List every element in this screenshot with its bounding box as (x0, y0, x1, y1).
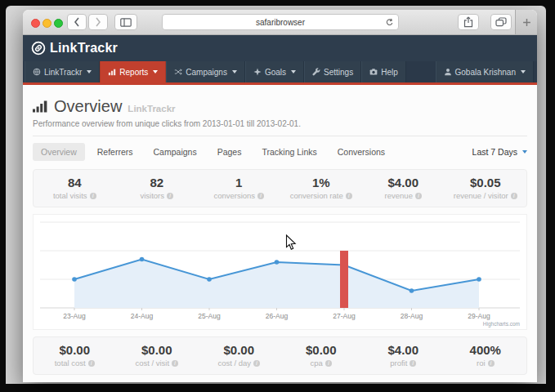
svg-text:26-Aug: 26-Aug (266, 312, 289, 320)
stat-label: conversions (198, 191, 280, 200)
stat-label: visitors (116, 191, 199, 200)
svg-text:29-Aug: 29-Aug (468, 312, 490, 320)
nav-item-linktrackr[interactable]: LinkTrackr (25, 61, 100, 82)
minimize-button[interactable] (43, 19, 51, 28)
info-icon[interactable] (257, 193, 264, 199)
close-button[interactable] (31, 19, 40, 28)
link-circle-icon (31, 41, 46, 56)
back-button[interactable] (67, 14, 87, 30)
stat-label: total visits (34, 191, 116, 200)
stat-revenue-visitor: $0.05revenue / visitor (445, 176, 527, 200)
visits-chart: 23-Aug24-Aug25-Aug26-Aug27-Aug28-Aug29-A… (33, 214, 527, 330)
stat-value: $4.00 (362, 343, 445, 357)
reload-icon[interactable] (385, 18, 394, 29)
info-icon[interactable] (88, 360, 95, 367)
stat-total-visits: 84total visits (34, 176, 116, 200)
info-icon[interactable] (167, 193, 173, 199)
nav-item-label: Reports (119, 68, 148, 77)
chevron-down-icon (153, 70, 158, 74)
safari-window: safaribrowser LinkTrackr LinkTrackrRepor… (23, 10, 537, 382)
nav-item-label: LinkTrackr (44, 68, 82, 77)
stat-visitors: 82visitors (116, 176, 199, 200)
chevron-down-icon (87, 70, 92, 74)
tab-conversions[interactable]: Conversions (329, 143, 393, 161)
stat-value: $0.00 (34, 343, 116, 357)
tab-tracking-links[interactable]: Tracking Links (253, 143, 324, 161)
stat-value: $0.05 (445, 176, 527, 189)
stat-value: 84 (34, 176, 116, 189)
stat-label: conversion rate (280, 191, 363, 200)
info-icon[interactable] (415, 193, 422, 199)
nav-item-reports[interactable]: Reports (100, 61, 166, 82)
user-menu[interactable]: Gobala Krishnan (436, 61, 535, 82)
info-icon[interactable] (253, 360, 260, 367)
svg-text:25-Aug: 25-Aug (198, 312, 221, 320)
stat-value: 400% (445, 343, 527, 357)
tabs-row: OverviewReferrersCampaignsPagesTracking … (23, 136, 537, 164)
info-icon[interactable] (90, 193, 96, 199)
date-range-selector[interactable]: Last 7 Days (472, 147, 527, 157)
zoom-button[interactable] (54, 19, 63, 28)
nav-item-help[interactable]: Help (361, 61, 406, 82)
nav-item-campaigns[interactable]: Campaigns (166, 61, 245, 82)
stat-value: 1 (198, 176, 280, 189)
info-icon[interactable] (325, 360, 332, 367)
info-icon[interactable] (172, 360, 178, 367)
nav-item-label: Settings (324, 68, 353, 77)
stat-value: $0.00 (198, 343, 280, 357)
chart-canvas[interactable]: 23-Aug24-Aug25-Aug26-Aug27-Aug28-Aug29-A… (34, 215, 526, 329)
info-icon[interactable] (488, 360, 495, 367)
sidebar-icon (120, 18, 132, 27)
stat-cost-visit: $0.00cost / visit (116, 343, 199, 368)
stat-roi: 400%roi (445, 343, 527, 368)
spark-icon (253, 68, 262, 76)
brand[interactable]: LinkTrackr (31, 41, 118, 56)
address-bar[interactable]: safaribrowser (162, 14, 399, 30)
tab-pages[interactable]: Pages (209, 143, 250, 161)
screenshot-frame: { "browser": { "address": "safaribrowser… (0, 0, 555, 392)
brand-name: LinkTrackr (50, 41, 118, 56)
main-nav: LinkTrackrReportsCampaignsGoalsSettingsH… (23, 61, 537, 82)
page-content: Overview LinkTrackr Performance overview… (23, 85, 537, 382)
stat-value: $0.00 (116, 343, 199, 357)
page-title: Overview (54, 97, 122, 116)
stat-label: cost / visit (116, 359, 199, 368)
title-block: Overview LinkTrackr Performance overview… (23, 85, 537, 136)
back-icon (74, 17, 80, 27)
stat-label: cpa (280, 359, 363, 368)
svg-text:Highcharts.com: Highcharts.com (483, 321, 520, 327)
site-header: LinkTrackr (23, 35, 537, 61)
tab-campaigns[interactable]: Campaigns (145, 143, 205, 161)
stat-revenue: $4.00revenue (362, 176, 445, 200)
forward-button[interactable] (88, 14, 108, 30)
tab-overview[interactable]: Overview (33, 143, 85, 161)
tab-referrers[interactable]: Referrers (89, 143, 141, 161)
chevron-down-icon (522, 150, 527, 154)
svg-text:24-Aug: 24-Aug (131, 312, 154, 320)
share-button[interactable] (458, 14, 479, 30)
stat-label: revenue (362, 191, 445, 200)
info-icon[interactable] (511, 193, 517, 199)
nav-item-settings[interactable]: Settings (304, 61, 361, 82)
nav-item-label: Campaigns (186, 68, 227, 77)
svg-text:28-Aug: 28-Aug (401, 312, 423, 320)
user-icon (444, 68, 452, 76)
stat-conversions: 1conversions (198, 176, 280, 200)
stats-top-panel: 84total visits82visitors1conversions1%co… (33, 169, 527, 207)
nav-item-goals[interactable]: Goals (245, 61, 304, 82)
date-range-label: Last 7 Days (472, 147, 517, 157)
nav-spacer (406, 61, 436, 82)
camera-icon (369, 68, 378, 76)
stat-conversion-rate: 1%conversion rate (280, 176, 363, 200)
sidebar-button[interactable] (114, 14, 137, 30)
stat-value: 82 (116, 176, 199, 189)
stat-cost-day: $0.00cost / day (198, 343, 280, 368)
info-icon[interactable] (346, 193, 352, 199)
address-text: safaribrowser (256, 18, 305, 27)
wrench-icon (312, 68, 320, 76)
stat-label: cost / day (198, 359, 280, 368)
tab-overview-button[interactable] (490, 14, 512, 30)
new-tab-button[interactable] (515, 10, 537, 34)
share-icon (463, 16, 473, 28)
info-icon[interactable] (410, 360, 416, 367)
